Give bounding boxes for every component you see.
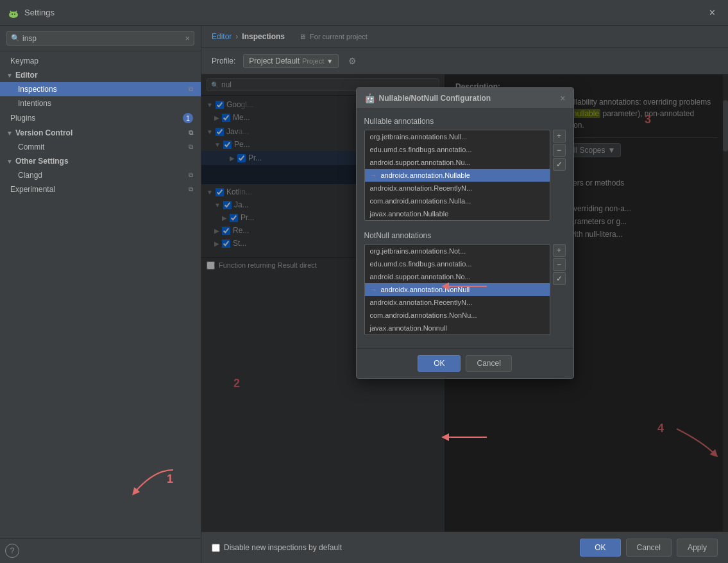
sidebar-item-version-control[interactable]: ▼ Version Control ⧉: [0, 126, 201, 140]
modal-title-text: Nullable/NotNull Configuration: [379, 94, 491, 103]
title-bar: Settings ×: [0, 0, 728, 26]
svg-point-5: [14, 13, 15, 15]
vc-label: Version Control: [15, 128, 72, 137]
nullable-item-3-text: androidx.annotation.Nullable: [381, 171, 470, 179]
experimental-label: Experimental: [10, 185, 55, 194]
other-arrow: ▼: [6, 158, 13, 165]
svg-point-4: [12, 13, 13, 15]
vc-arrow: ▼: [6, 130, 13, 137]
modal-overlay: 🤖 Nullable/NotNull Configuration × Nulla…: [201, 74, 728, 532]
nullable-item-0[interactable]: org.jetbrains.annotations.Null...: [365, 130, 550, 143]
main-content: 🔍 × Keymap ▼ Editor Inspections ⧉: [0, 26, 728, 563]
nullable-item-5[interactable]: com.android.annotations.Nulla...: [365, 195, 550, 207]
help-button[interactable]: ?: [5, 544, 19, 558]
breadcrumb-separator: ›: [235, 32, 238, 41]
nullable-item-4[interactable]: androidx.annotation.RecentlyN...: [365, 182, 550, 195]
modal-title-bar: 🤖 Nullable/NotNull Configuration ×: [357, 88, 573, 109]
nullable-check-button[interactable]: ✓: [553, 158, 566, 171]
sidebar-search-bar: 🔍 ×: [0, 26, 201, 51]
nullable-list-buttons: + − ✓: [553, 130, 566, 226]
notnull-add-button[interactable]: +: [553, 244, 566, 257]
sidebar-item-keymap[interactable]: Keymap: [0, 54, 201, 68]
notnull-item-3[interactable]: → androidx.annotation.NonNull: [365, 283, 550, 296]
notnull-item-1-text: edu.umd.cs.findbugs.annotatio...: [370, 260, 472, 268]
nullable-remove-button[interactable]: −: [553, 144, 566, 157]
notnull-annotation-list: org.jetbrains.annotations.Not... edu.umd…: [364, 244, 550, 335]
modal-android-icon: 🤖: [364, 93, 375, 103]
vc-copy-icon: ⧉: [189, 129, 193, 137]
notnull-item-4[interactable]: androidx.annotation.RecentlyN...: [365, 296, 550, 309]
nullable-list-with-buttons: org.jetbrains.annotations.Null... edu.um…: [364, 130, 566, 226]
notnull-item-1[interactable]: edu.umd.cs.findbugs.annotatio...: [365, 257, 550, 270]
sidebar-item-other-settings[interactable]: ▼ Other Settings: [0, 154, 201, 168]
experimental-copy-icon: ⧉: [189, 186, 193, 193]
notnull-item-5[interactable]: com.android.annotations.NonNu...: [365, 309, 550, 322]
gear-button[interactable]: ⚙: [344, 53, 361, 69]
android-icon: [8, 7, 19, 19]
disable-inspections-label: Disable new inspections by default: [224, 543, 342, 552]
modal-cancel-button[interactable]: Cancel: [466, 355, 511, 372]
sidebar-search-wrap[interactable]: 🔍 ×: [6, 31, 194, 46]
breadcrumb-for-project: For current project: [310, 33, 368, 40]
apply-button[interactable]: Apply: [677, 539, 718, 557]
bottom-right: OK Cancel Apply: [580, 539, 718, 557]
cancel-button[interactable]: Cancel: [626, 539, 672, 557]
sidebar-item-clangd[interactable]: Clangd ⧉: [0, 168, 201, 182]
profile-dropdown-arrow: ▼: [326, 58, 333, 65]
search-icon: 🔍: [11, 34, 20, 42]
nullable-arrow-indicator: →: [370, 171, 377, 179]
panel-body: 🔍 ▼ Googl... ▶ Me...: [201, 74, 728, 532]
clangd-label: Clangd: [18, 171, 42, 180]
clangd-copy-icon: ⧉: [189, 171, 193, 179]
nullable-item-3[interactable]: → androidx.annotation.Nullable: [365, 169, 550, 182]
nullable-item-6[interactable]: javax.annotation.Nullable: [365, 207, 550, 220]
commit-label: Commit: [18, 143, 44, 152]
notnull-item-2[interactable]: android.support.annotation.No...: [365, 270, 550, 283]
svg-rect-1: [10, 13, 17, 17]
modal-dialog: 🤖 Nullable/NotNull Configuration × Nulla…: [356, 87, 574, 379]
inspections-label: Inspections: [18, 85, 57, 94]
nullable-item-1[interactable]: edu.umd.cs.findbugs.annotatio...: [365, 143, 550, 156]
nullable-item-1-text: edu.umd.cs.findbugs.annotatio...: [370, 146, 472, 153]
modal-close-button[interactable]: ×: [560, 93, 565, 103]
inspections-copy-icon: ⧉: [189, 85, 193, 93]
sidebar-item-editor[interactable]: ▼ Editor: [0, 68, 201, 82]
sidebar-item-inspections[interactable]: Inspections ⧉: [0, 82, 201, 96]
sidebar: 🔍 × Keymap ▼ Editor Inspections ⧉: [0, 26, 201, 563]
breadcrumb-inspections: Inspections: [242, 32, 285, 41]
sidebar-item-intentions[interactable]: Intentions: [0, 96, 201, 110]
notnull-item-6[interactable]: javax.annotation.Nonnull: [365, 322, 550, 334]
close-button[interactable]: ×: [704, 4, 720, 21]
plugins-badge: 1: [183, 113, 193, 123]
other-label: Other Settings: [15, 157, 69, 166]
red-arrow-notnull: [439, 424, 490, 450]
sidebar-item-plugins[interactable]: Plugins 1: [0, 110, 201, 126]
sidebar-search-input[interactable]: [22, 34, 185, 43]
editor-arrow: ▼: [6, 72, 13, 79]
commit-copy-icon: ⧉: [189, 143, 193, 151]
notnull-item-0[interactable]: org.jetbrains.annotations.Not...: [365, 245, 550, 257]
notnull-check-button[interactable]: ✓: [553, 272, 566, 285]
bottom-bar: Disable new inspections by default OK Ca…: [201, 532, 728, 563]
nullable-item-2-text: android.support.annotation.Nu...: [370, 159, 471, 166]
nullable-add-button[interactable]: +: [553, 130, 566, 143]
sidebar-bottom: ?: [0, 538, 201, 563]
plugins-label: Plugins: [10, 114, 35, 123]
notnull-list-buttons: + − ✓: [553, 244, 566, 340]
nullable-annotation-list: org.jetbrains.annotations.Null... edu.um…: [364, 130, 550, 221]
notnull-remove-button[interactable]: −: [553, 258, 566, 271]
nullable-item-2[interactable]: android.support.annotation.Nu...: [365, 156, 550, 169]
sidebar-list: Keymap ▼ Editor Inspections ⧉ Intentions…: [0, 51, 201, 538]
sidebar-item-commit[interactable]: Commit ⧉: [0, 140, 201, 154]
ok-button[interactable]: OK: [580, 539, 620, 557]
search-clear-icon[interactable]: ×: [185, 33, 190, 43]
sidebar-item-experimental[interactable]: Experimental ⧉: [0, 182, 201, 196]
right-panel: Editor › Inspections 🖥 For current proje…: [201, 26, 728, 563]
modal-ok-button[interactable]: OK: [418, 355, 461, 372]
disable-inspections-input[interactable]: [212, 544, 220, 552]
nullable-item-0-text: org.jetbrains.annotations.Null...: [370, 133, 468, 141]
breadcrumb-editor[interactable]: Editor: [212, 32, 232, 41]
disable-inspections-checkbox: Disable new inspections by default: [212, 543, 342, 552]
notnull-item-4-text: androidx.annotation.RecentlyN...: [370, 299, 473, 306]
profile-dropdown[interactable]: Project Default Project ▼: [243, 54, 339, 68]
